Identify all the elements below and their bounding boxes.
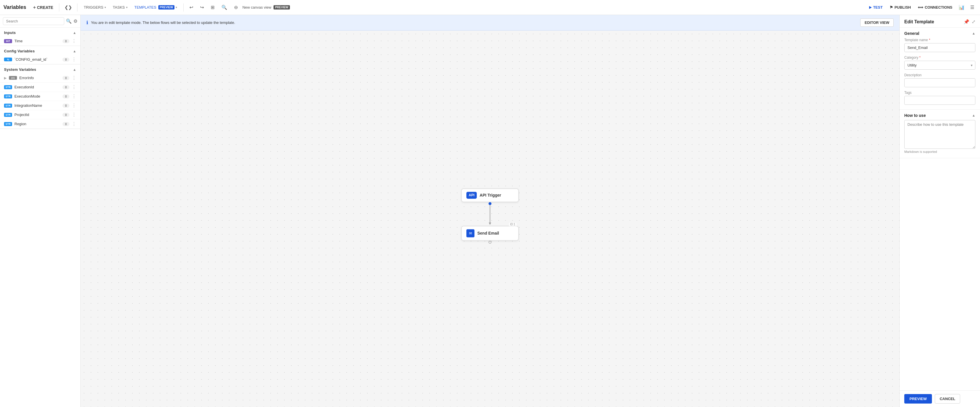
chevron-down-icon: ▾	[176, 6, 177, 9]
divider3	[183, 3, 184, 11]
connections-icon: ⟺	[918, 5, 923, 10]
divider	[59, 3, 59, 11]
connector-dot-top	[488, 202, 492, 205]
collapse-button[interactable]: ❮❯	[63, 3, 74, 11]
undo-button[interactable]: ↩	[187, 3, 196, 11]
editor-view-button[interactable]: EDITOR VIEW	[860, 18, 894, 27]
publish-button[interactable]: ⚑ PUBLISH	[887, 4, 914, 11]
preview-button[interactable]: PREVIEW	[904, 394, 932, 404]
expand-button[interactable]: ▶	[4, 76, 6, 80]
node-id-badge: ID:1	[509, 223, 517, 226]
test-button[interactable]: TEST	[866, 4, 886, 11]
flow-container: API API Trigger ▼ ID:1 ✉ Send Email	[461, 188, 519, 243]
node-label: Send Email	[477, 231, 499, 235]
system-items: ▶ {U} ErrorInfo 0 ⋮ STR ExecutionId 0 ⋮ …	[0, 73, 80, 129]
markdown-hint: Markdown is supported	[904, 150, 975, 153]
nav-triggers[interactable]: TRIGGERS ▾	[81, 3, 109, 11]
topbar-right: TEST ⚑ PUBLISH ⟺ CONNECTIONS 📊 ☰	[866, 3, 977, 11]
inputs-toggle-icon: ▲	[73, 31, 76, 35]
tags-label: Tags	[904, 91, 975, 95]
variable-name: ProjectId	[14, 113, 60, 117]
description-field: Description	[904, 73, 975, 87]
template-name-input[interactable]	[904, 43, 975, 52]
node-label: API Trigger	[480, 193, 501, 197]
how-to-use-header[interactable]: How to use ▲	[900, 110, 980, 120]
variable-menu-button[interactable]: ⋮	[72, 94, 76, 99]
template-name-field: Template name	[904, 38, 975, 52]
variable-name: IntegrationName	[14, 103, 60, 108]
variable-menu-button[interactable]: ⋮	[72, 84, 76, 90]
pin-icon[interactable]: 📌	[964, 19, 969, 24]
tags-input[interactable]	[904, 96, 975, 105]
fit-button[interactable]: ⊖	[232, 3, 240, 11]
inputs-section-header[interactable]: Inputs ▲	[0, 28, 80, 37]
variable-menu-button[interactable]: ⋮	[72, 57, 76, 62]
how-to-use-textarea[interactable]	[904, 120, 975, 149]
api-badge: API	[466, 192, 477, 199]
config-section-header[interactable]: Config Variables ▲	[0, 46, 80, 55]
top-nav: TRIGGERS ▾ TASKS ▾ TEMPLATES PREVIEW ▾	[81, 3, 180, 11]
flag-icon: ⚑	[889, 5, 893, 10]
config-toggle-icon: ▲	[73, 49, 76, 53]
general-section-header[interactable]: General ▲	[900, 28, 980, 38]
description-label: Description	[904, 73, 975, 77]
menu-button[interactable]: ☰	[968, 3, 977, 11]
api-trigger-node[interactable]: API API Trigger	[461, 188, 519, 202]
config-items: S| `CONFIG_email_id` 0 ⋮	[0, 55, 80, 64]
cancel-button[interactable]: CANCEL	[935, 394, 960, 404]
category-select[interactable]: Utility Communication Data Finance HR Ma…	[904, 61, 975, 70]
inputs-section: Inputs ▲ INT Time 0 ⋮	[0, 28, 80, 46]
chevron-down-icon: ▾	[126, 6, 127, 9]
connector-line	[490, 205, 490, 222]
plus-icon: +	[33, 5, 36, 10]
variable-menu-button[interactable]: ⋮	[72, 112, 76, 118]
send-email-node[interactable]: ID:1 ✉ Send Email	[461, 226, 519, 241]
config-variables-section: Config Variables ▲ S| `CONFIG_email_id` …	[0, 46, 80, 65]
type-badge-obj: {U}	[9, 76, 17, 80]
filter-icon[interactable]: ⚙	[73, 18, 78, 24]
analytics-button[interactable]: 📊	[956, 3, 967, 11]
description-input[interactable]	[904, 78, 975, 87]
variable-menu-button[interactable]: ⋮	[72, 103, 76, 108]
system-section-header[interactable]: System Variables ▲	[0, 65, 80, 73]
how-to-use-title: How to use	[904, 113, 926, 118]
sidebar: 🔍 ⚙ Inputs ▲ INT Time 0 ⋮	[0, 15, 81, 407]
variable-name: ErrorInfo	[19, 76, 60, 80]
redo-button[interactable]: ↪	[198, 3, 206, 11]
inputs-items: INT Time 0 ⋮	[0, 37, 80, 46]
search-row: 🔍 ⚙	[0, 15, 80, 28]
list-item: STR ExecutionId 0 ⋮	[0, 83, 80, 92]
type-badge-int: INT	[4, 39, 12, 43]
type-badge-str: STR	[4, 94, 12, 99]
variable-name: `CONFIG_email_id`	[14, 57, 60, 62]
nav-templates[interactable]: TEMPLATES PREVIEW ▾	[132, 3, 180, 11]
list-item: INT Time 0 ⋮	[0, 37, 80, 46]
chevron-down-icon: ▾	[105, 6, 106, 9]
search-input[interactable]	[3, 17, 64, 25]
variable-name: Region	[14, 122, 60, 126]
connections-button[interactable]: ⟺ CONNECTIONS	[915, 4, 955, 11]
variable-count: 0	[62, 122, 69, 126]
variable-menu-button[interactable]: ⋮	[72, 75, 76, 81]
type-badge-str: S|	[4, 57, 12, 61]
app-title: Variables	[3, 4, 26, 10]
general-section-body: Template name Category Utility Communica…	[900, 38, 980, 110]
connector-dot-bottom	[488, 241, 492, 243]
canvas[interactable]: API API Trigger ▼ ID:1 ✉ Send Email	[81, 30, 899, 407]
layout-button[interactable]: ⊞	[208, 3, 217, 11]
list-item: ▶ {U} ErrorInfo 0 ⋮	[0, 73, 80, 83]
search-icon[interactable]: 🔍	[66, 18, 72, 24]
variable-name: ExecutionMode	[14, 94, 60, 99]
system-toggle-icon: ▲	[73, 68, 76, 72]
create-button[interactable]: + CREATE	[31, 4, 56, 11]
how-to-use-section: How to use ▲ Markdown is supported	[900, 110, 980, 158]
config-title: Config Variables	[4, 49, 35, 53]
how-to-use-body: Markdown is supported	[900, 120, 980, 158]
variable-count: 0	[62, 94, 69, 99]
category-label: Category	[904, 56, 975, 60]
nav-tasks[interactable]: TASKS ▾	[110, 3, 130, 11]
variable-menu-button[interactable]: ⋮	[72, 121, 76, 127]
variable-menu-button[interactable]: ⋮	[72, 38, 76, 44]
expand-panel-icon[interactable]: ⤢	[972, 19, 975, 24]
zoom-button[interactable]: 🔍	[219, 3, 229, 11]
